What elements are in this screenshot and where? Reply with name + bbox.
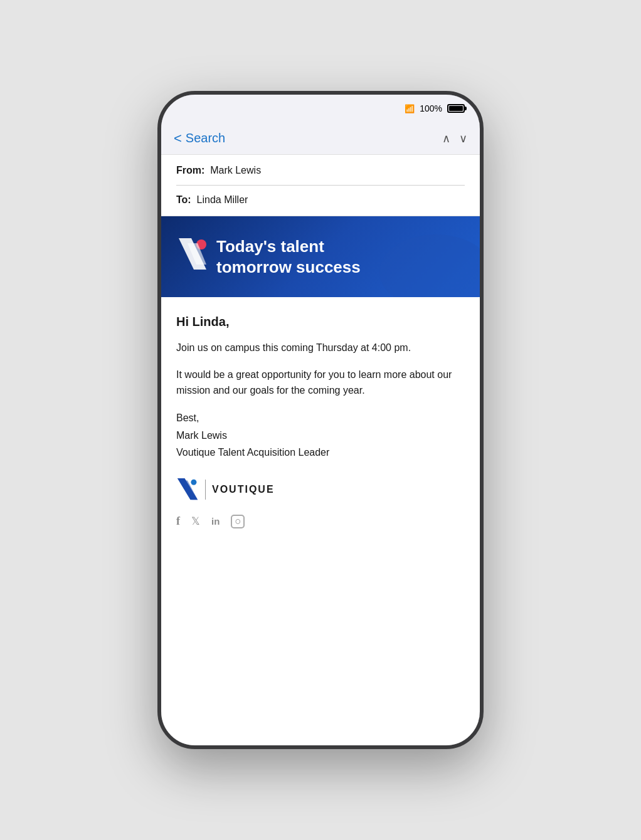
email-paragraph-1: Join us on campus this coming Thursday a… — [176, 340, 465, 356]
email-paragraph-2: It would be a great opportunity for you … — [176, 367, 465, 399]
email-greeting: Hi Linda, — [176, 315, 465, 329]
back-label: Search — [186, 131, 225, 145]
email-body: Hi Linda, Join us on campus this coming … — [161, 297, 480, 546]
brand-name: VOUTIQUE — [212, 484, 275, 495]
banner-logo — [179, 238, 206, 276]
prev-email-button[interactable]: ∧ — [442, 132, 450, 145]
email-brand: VOUTIQUE — [176, 478, 465, 501]
email-header: From: Mark Lewis To: Linda Miller — [161, 155, 480, 216]
svg-point-5 — [191, 480, 196, 485]
sign-line-3: Voutique Talent Acquisition Leader — [176, 444, 465, 461]
to-value: Linda Miller — [197, 194, 248, 205]
sign-line-2: Mark Lewis — [176, 427, 465, 444]
wifi-icon: 📶 — [405, 104, 415, 113]
banner-line2: tomorrow success — [216, 257, 361, 278]
phone-frame: 📶 100% < Search ∧ ∨ From: Mark Lewis To: — [157, 91, 484, 749]
brand-divider — [205, 480, 206, 500]
voutique-banner-logo-icon — [179, 238, 206, 276]
linkedin-icon[interactable]: in — [211, 516, 220, 527]
voutique-logo-icon — [176, 478, 199, 501]
status-bar: 📶 100% — [161, 95, 480, 122]
to-label: To: — [176, 194, 191, 205]
from-value: Mark Lewis — [210, 165, 261, 176]
nav-bar: < Search ∧ ∨ — [161, 122, 480, 155]
battery-icon — [447, 104, 465, 113]
sign-line-1: Best, — [176, 409, 465, 426]
twitter-icon[interactable]: 𝕏 — [191, 515, 200, 528]
battery-percent: 100% — [420, 103, 442, 113]
banner-text: Today's talent tomorrow success — [216, 236, 361, 277]
email-content: From: Mark Lewis To: Linda Miller Today'… — [161, 155, 480, 745]
email-from-row: From: Mark Lewis — [176, 165, 465, 176]
header-divider — [176, 185, 465, 186]
nav-arrows: ∧ ∨ — [442, 132, 467, 145]
back-button[interactable]: < Search — [174, 130, 225, 147]
next-email-button[interactable]: ∨ — [459, 132, 467, 145]
instagram-icon[interactable]: ○ — [231, 515, 245, 528]
banner-line1: Today's talent — [216, 236, 361, 257]
email-banner: Today's talent tomorrow success — [161, 216, 480, 297]
email-signature-text: Best, Mark Lewis Voutique Talent Acquisi… — [176, 409, 465, 461]
from-label: From: — [176, 165, 204, 176]
email-to-row: To: Linda Miller — [176, 194, 465, 206]
facebook-icon[interactable]: f — [176, 515, 180, 528]
social-icons: f 𝕏 in ○ — [176, 515, 465, 528]
chevron-left-icon: < — [174, 130, 182, 147]
